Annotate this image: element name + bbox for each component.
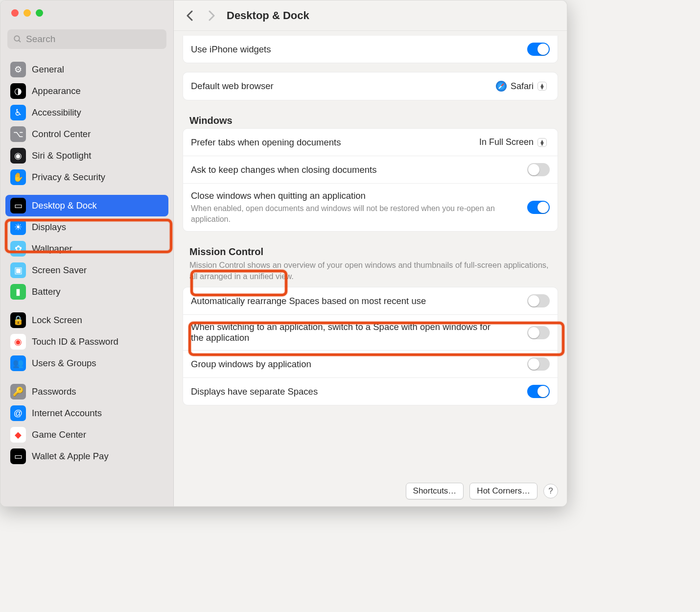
close-window-button[interactable] — [11, 9, 19, 17]
widgets-card: Use iPhone widgets — [183, 36, 558, 63]
auto-rearrange-label: Automatically rearrange Spaces based on … — [191, 296, 426, 306]
row-group-windows: Group windows by application — [183, 350, 558, 377]
help-button[interactable]: ? — [543, 484, 558, 498]
sidebar-item-battery[interactable]: ▮Battery — [5, 281, 168, 303]
sidebar-item-label: Users & Groups — [32, 358, 96, 369]
close-windows-toggle[interactable] — [527, 201, 550, 214]
fullscreen-window-button[interactable] — [36, 9, 43, 17]
sidebar-icon: 👥 — [10, 355, 26, 371]
sidebar-item-label: Screen Saver — [32, 265, 87, 276]
windows-section-header: Windows — [189, 115, 558, 126]
sidebar-item-internet-accounts[interactable]: @Internet Accounts — [5, 402, 168, 424]
prefer-tabs-label: Prefer tabs when opening documents — [191, 137, 341, 148]
close-windows-label: Close windows when quitting an applicati… — [191, 190, 519, 201]
sidebar-icon: ✋ — [10, 169, 26, 185]
search-input[interactable]: Search — [7, 29, 166, 49]
row-iphone-widgets: Use iPhone widgets — [183, 36, 558, 63]
sidebar-item-lock-screen[interactable]: 🔒Lock Screen — [5, 309, 168, 331]
sidebar-icon: ▭ — [10, 448, 26, 464]
content-scroll[interactable]: Use iPhone widgets Default web browser S… — [174, 31, 567, 506]
minimize-window-button[interactable] — [23, 9, 31, 17]
sidebar-item-general[interactable]: ⚙︎General — [5, 59, 168, 80]
svg-line-1 — [19, 40, 21, 42]
row-auto-rearrange: Automatically rearrange Spaces based on … — [183, 287, 558, 314]
ask-keep-toggle[interactable] — [527, 163, 550, 176]
sidebar-item-label: Appearance — [32, 86, 81, 96]
sidebar-icon: ▮ — [10, 284, 26, 300]
sidebar-item-siri-spotlight[interactable]: ◉Siri & Spotlight — [5, 145, 168, 166]
row-close-windows: Close windows when quitting an applicati… — [183, 183, 558, 231]
sidebar-item-wallpaper[interactable]: ✿Wallpaper — [5, 238, 168, 259]
sidebar-icon: ♿︎ — [10, 105, 26, 120]
sidebar-icon: ☀︎ — [10, 219, 26, 235]
sidebar-item-control-center[interactable]: ⌥Control Center — [5, 123, 168, 145]
search-icon — [13, 35, 22, 44]
row-ask-keep: Ask to keep changes when closing documen… — [183, 156, 558, 183]
sidebar-item-accessibility[interactable]: ♿︎Accessibility — [5, 102, 168, 123]
prefer-tabs-value: In Full Screen — [479, 137, 534, 147]
sidebar-item-passwords[interactable]: 🔑Passwords — [5, 381, 168, 402]
sidebar-item-label: Siri & Spotlight — [32, 150, 91, 161]
sidebar-icon: 🔒 — [10, 312, 26, 328]
browser-card: Default web browser Safari ▲▼ — [183, 72, 558, 100]
back-button[interactable] — [184, 9, 196, 22]
windows-card: Prefer tabs when opening documents In Fu… — [183, 128, 558, 232]
sidebar-nav: ⚙︎General◑Appearance♿︎Accessibility⌥Cont… — [0, 57, 173, 506]
group-windows-toggle[interactable] — [527, 357, 550, 371]
row-prefer-tabs: Prefer tabs when opening documents In Fu… — [183, 129, 558, 156]
sidebar-item-touch-id-password[interactable]: ◉Touch ID & Password — [5, 331, 168, 353]
sidebar: Search ⚙︎General◑Appearance♿︎Accessibili… — [0, 0, 174, 506]
sidebar-icon: @ — [10, 405, 26, 421]
sidebar-item-label: Accessibility — [32, 107, 81, 118]
sidebar-icon: ◑ — [10, 83, 26, 99]
safari-icon — [496, 81, 507, 92]
forward-button[interactable] — [205, 9, 218, 22]
sidebar-item-label: General — [32, 64, 64, 75]
sidebar-icon: ▭ — [10, 198, 26, 213]
sidebar-icon: 🔑 — [10, 384, 26, 400]
sidebar-item-label: Battery — [32, 286, 61, 297]
sidebar-item-appearance[interactable]: ◑Appearance — [5, 80, 168, 102]
sidebar-item-wallet-apple-pay[interactable]: ▭Wallet & Apple Pay — [5, 446, 168, 467]
sidebar-item-screen-saver[interactable]: ▣Screen Saver — [5, 259, 168, 281]
shortcuts-button[interactable]: Shortcuts… — [406, 483, 464, 499]
window-controls — [0, 0, 173, 17]
main-panel: Desktop & Dock Use iPhone widgets Defaul… — [174, 0, 567, 506]
sidebar-item-label: Passwords — [32, 386, 76, 397]
mission-control-header: Mission Control — [189, 246, 558, 258]
footer-buttons: Shortcuts… Hot Corners… ? — [406, 483, 558, 499]
sidebar-item-users-groups[interactable]: 👥Users & Groups — [5, 353, 168, 374]
sidebar-item-label: Control Center — [32, 129, 91, 140]
auto-rearrange-toggle[interactable] — [527, 294, 550, 307]
sidebar-item-desktop-dock[interactable]: ▭Desktop & Dock — [5, 195, 168, 216]
sidebar-item-label: Lock Screen — [32, 315, 82, 326]
titlebar: Desktop & Dock — [174, 0, 567, 31]
system-settings-window: Search ⚙︎General◑Appearance♿︎Accessibili… — [0, 0, 567, 507]
row-switch-space: When switching to an application, switch… — [183, 314, 558, 350]
sidebar-item-label: Privacy & Security — [32, 172, 105, 183]
sidebar-item-privacy-security[interactable]: ✋Privacy & Security — [5, 166, 168, 188]
default-browser-label: Default web browser — [191, 81, 274, 92]
sidebar-item-displays[interactable]: ☀︎Displays — [5, 216, 168, 238]
sidebar-item-label: Touch ID & Password — [32, 336, 118, 347]
sep-spaces-label: Displays have separate Spaces — [191, 386, 318, 397]
iphone-widgets-label: Use iPhone widgets — [191, 44, 271, 55]
sep-spaces-toggle[interactable] — [527, 385, 550, 398]
default-browser-select[interactable]: Safari ▲▼ — [493, 79, 550, 93]
sidebar-item-label: Wallpaper — [32, 243, 72, 254]
svg-point-0 — [14, 36, 20, 41]
iphone-widgets-toggle[interactable] — [527, 43, 550, 56]
group-windows-label: Group windows by application — [191, 359, 311, 370]
chevron-updown-icon: ▲▼ — [537, 82, 547, 91]
row-sep-spaces: Displays have separate Spaces — [183, 377, 558, 405]
switch-space-toggle[interactable] — [527, 326, 550, 339]
chevron-updown-icon: ▲▼ — [537, 138, 547, 147]
hot-corners-button[interactable]: Hot Corners… — [469, 483, 537, 499]
sidebar-item-label: Displays — [32, 222, 66, 233]
page-title: Desktop & Dock — [227, 9, 309, 22]
row-default-browser: Default web browser Safari ▲▼ — [183, 72, 558, 100]
ask-keep-label: Ask to keep changes when closing documen… — [191, 165, 376, 175]
sidebar-icon: ✿ — [10, 241, 26, 257]
prefer-tabs-select[interactable]: In Full Screen ▲▼ — [476, 136, 550, 149]
sidebar-item-game-center[interactable]: ◆Game Center — [5, 424, 168, 446]
